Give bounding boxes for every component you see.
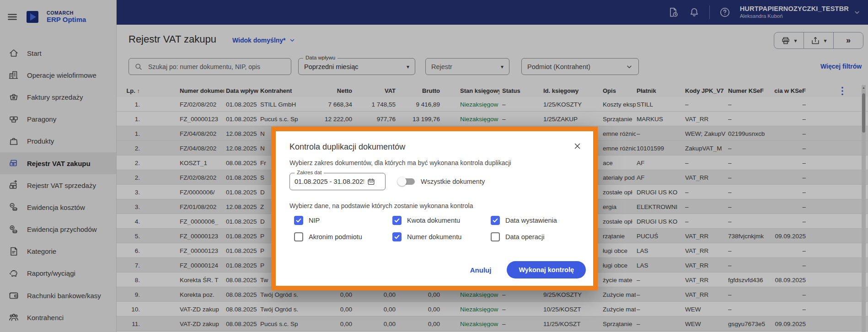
checkbox-numer-dokumentu[interactable]: Numer dokumentu <box>392 232 491 241</box>
all-documents-toggle-label: Wszystkie dokumenty <box>421 178 485 185</box>
close-icon[interactable] <box>573 142 581 150</box>
checked-checkbox-icon <box>491 216 500 225</box>
modal-title: Kontrola duplikacji dokumentów <box>289 142 579 152</box>
checkbox-label: NIP <box>309 217 320 224</box>
date-range-value: 01.08.2025 - 31.08.2025 <box>295 178 364 185</box>
checked-checkbox-icon <box>294 216 303 225</box>
modal-fields-subtitle: Wybierz dane, na podstawie których zosta… <box>289 202 579 209</box>
checkbox-data-wystawienia[interactable]: Data wystawienia <box>491 216 579 225</box>
toggle-knob <box>397 177 407 186</box>
toggle-track[interactable] <box>398 178 415 185</box>
run-check-button[interactable]: Wykonaj kontrolę <box>507 261 586 278</box>
modal-actions: Anuluj Wykonaj kontrolę <box>467 261 586 278</box>
modal-range-subtitle: Wybierz zakres dokumentów, dla których m… <box>289 159 579 166</box>
checked-checkbox-icon <box>392 216 402 225</box>
duplication-check-modal: Kontrola duplikacji dokumentów Wybierz z… <box>271 127 598 290</box>
checkbox-grid: NIPKwota dokumentuData wystawieniaAkroni… <box>289 216 579 241</box>
checkbox-label: Data operacji <box>505 233 544 241</box>
unchecked-checkbox-icon <box>294 232 303 241</box>
checkbox-nip[interactable]: NIP <box>294 216 392 225</box>
date-range-field[interactable]: Zakres dat 01.08.2025 - 31.08.2025 <box>289 173 386 190</box>
checked-checkbox-icon <box>392 232 402 241</box>
checkbox-label: Data wystawienia <box>505 217 557 224</box>
date-range-label: Zakres dat <box>295 170 324 175</box>
unchecked-checkbox-icon <box>491 232 500 241</box>
cancel-button[interactable]: Anuluj <box>467 266 494 274</box>
checkbox-kwota-dokumentu[interactable]: Kwota dokumentu <box>392 216 491 225</box>
calendar-icon[interactable] <box>367 177 375 186</box>
checkbox-akronim-podmiotu[interactable]: Akronim podmiotu <box>294 232 392 241</box>
app: HURTPAPIERNOZYCZKI_TESTBR Aleksandra Kub… <box>0 0 868 332</box>
all-documents-toggle[interactable]: Wszystkie dokumenty <box>398 178 485 185</box>
checkbox-data-operacji[interactable]: Data operacji <box>491 232 579 241</box>
checkbox-label: Akronim podmiotu <box>309 233 362 241</box>
checkbox-label: Numer dokumentu <box>407 233 461 241</box>
checkbox-label: Kwota dokumentu <box>407 217 460 224</box>
